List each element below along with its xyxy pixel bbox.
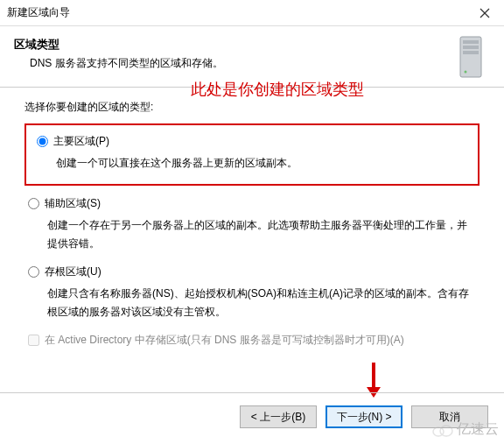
watermark: 亿速云 <box>431 420 499 439</box>
svg-rect-3 <box>463 40 479 44</box>
primary-zone-label: 主要区域(P) <box>53 134 109 149</box>
primary-zone-option[interactable]: 主要区域(P) <box>37 134 467 149</box>
wizard-footer: < 上一步(B) 下一步(N) > 取消 <box>0 392 504 428</box>
stub-zone-label: 存根区域(U) <box>45 264 102 279</box>
secondary-zone-label: 辅助区域(S) <box>45 196 101 211</box>
svg-rect-5 <box>463 51 479 54</box>
header-title: 区域类型 <box>14 37 490 53</box>
ad-store-option: 在 Active Directory 中存储区域(只有 DNS 服务器是可写域控… <box>28 333 480 348</box>
wizard-content: 选择你要创建的区域的类型: 主要区域(P) 创建一个可以直接在这个服务器上更新的… <box>0 88 504 348</box>
ad-store-checkbox <box>28 335 39 346</box>
stub-zone-radio[interactable] <box>28 266 39 278</box>
stub-zone-option[interactable]: 存根区域(U) <box>28 264 476 279</box>
close-icon <box>480 8 490 18</box>
svg-point-10 <box>440 426 452 436</box>
svg-point-6 <box>465 71 467 74</box>
svg-rect-4 <box>463 46 479 49</box>
annotation-text: 此处是你创建的区域类型 <box>191 79 364 100</box>
next-button[interactable]: 下一步(N) > <box>326 405 402 428</box>
stub-zone-desc: 创建只含有名称服务器(NS)、起始授权机构(SOA)和粘连主机(A)记录的区域的… <box>47 285 476 321</box>
titlebar: 新建区域向导 <box>0 0 504 26</box>
primary-zone-desc: 创建一个可以直接在这个服务器上更新的区域副本。 <box>56 154 467 172</box>
highlight-box: 主要区域(P) 创建一个可以直接在这个服务器上更新的区域副本。 <box>24 123 480 186</box>
ad-store-label: 在 Active Directory 中存储区域(只有 DNS 服务器是可写域控… <box>45 333 404 348</box>
watermark-text: 亿速云 <box>457 420 499 439</box>
window-title: 新建区域向导 <box>7 5 466 20</box>
header-desc: DNS 服务器支持不同类型的区域和存储。 <box>30 56 490 71</box>
secondary-zone-block: 辅助区域(S) 创建一个存在于另一个服务器上的区域的副本。此选项帮助主服务器平衡… <box>24 196 480 252</box>
primary-zone-radio[interactable] <box>37 136 48 147</box>
secondary-zone-desc: 创建一个存在于另一个服务器上的区域的副本。此选项帮助主服务器平衡处理的工作量，并… <box>47 216 476 252</box>
close-button[interactable] <box>466 0 504 26</box>
stub-zone-block: 存根区域(U) 创建只含有名称服务器(NS)、起始授权机构(SOA)和粘连主机(… <box>24 264 480 321</box>
secondary-zone-radio[interactable] <box>28 198 39 209</box>
select-label: 选择你要创建的区域的类型: <box>24 100 480 115</box>
server-icon <box>457 35 485 81</box>
back-button[interactable]: < 上一步(B) <box>240 405 317 428</box>
cloud-icon <box>431 423 454 437</box>
secondary-zone-option[interactable]: 辅助区域(S) <box>28 196 476 211</box>
